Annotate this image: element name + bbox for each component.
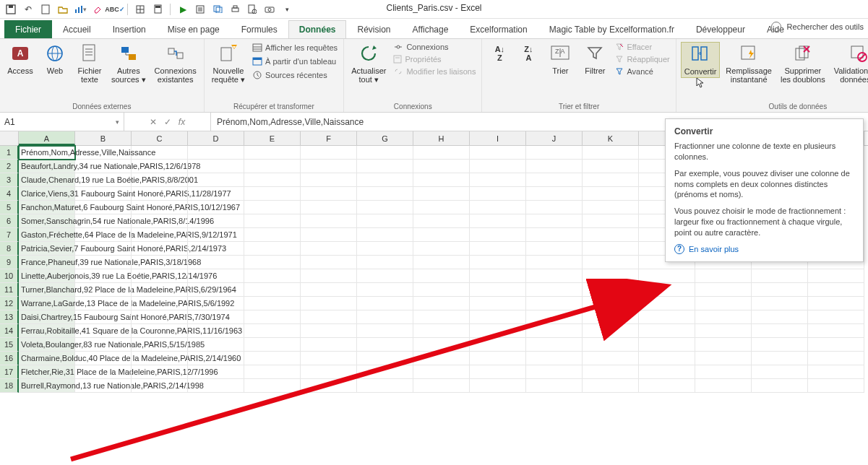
text-to-columns-button[interactable]: Convertir <box>681 42 721 78</box>
cell[interactable] <box>583 187 639 201</box>
row-header[interactable]: 18 <box>0 379 19 393</box>
cell[interactable] <box>752 324 808 338</box>
cell[interactable] <box>301 146 357 160</box>
cell[interactable] <box>188 269 244 283</box>
cell[interactable] <box>695 310 752 324</box>
cell[interactable] <box>583 297 639 310</box>
eraser-icon[interactable] <box>91 3 104 16</box>
cell[interactable] <box>188 173 244 187</box>
cell[interactable] <box>301 310 357 324</box>
cell[interactable] <box>132 187 188 201</box>
cell[interactable] <box>526 187 583 201</box>
cell[interactable] <box>301 283 357 297</box>
cell[interactable] <box>526 146 583 160</box>
cell[interactable] <box>132 352 188 365</box>
cell[interactable] <box>244 173 301 187</box>
cell[interactable] <box>75 146 132 160</box>
quick-print-icon[interactable] <box>228 3 241 16</box>
cell[interactable] <box>413 160 470 173</box>
sort-button[interactable]: Z ATrier <box>544 42 576 77</box>
cell[interactable] <box>808 297 864 310</box>
cell[interactable] <box>413 214 470 228</box>
cell[interactable] <box>695 352 752 365</box>
cell[interactable] <box>639 269 695 283</box>
cell[interactable] <box>526 379 583 393</box>
cell[interactable] <box>470 146 526 160</box>
row-header[interactable]: 13 <box>0 310 19 324</box>
cell[interactable] <box>75 201 132 214</box>
cell[interactable] <box>357 338 413 352</box>
row-header[interactable]: 15 <box>0 338 19 352</box>
cell[interactable]: Gaston,Fréchette,64 Place de la Madelein… <box>19 228 75 242</box>
cell[interactable] <box>413 379 470 393</box>
cell[interactable]: Somer,Sanschagrin,54 rue Nationale,PARIS… <box>19 214 75 228</box>
connections-button[interactable]: Connexions <box>392 42 477 52</box>
print-preview-icon[interactable] <box>246 3 259 16</box>
sort-za-button[interactable]: Z↓A <box>515 42 541 66</box>
cell[interactable] <box>75 214 132 228</box>
cell[interactable] <box>188 228 244 242</box>
cell[interactable] <box>752 310 808 324</box>
filter-button[interactable]: Filtrer <box>579 42 611 77</box>
cell[interactable] <box>695 324 752 338</box>
row-header[interactable]: 7 <box>0 228 19 242</box>
cell[interactable] <box>188 214 244 228</box>
cell[interactable] <box>244 228 301 242</box>
cell[interactable] <box>583 379 639 393</box>
cell[interactable] <box>470 214 526 228</box>
cell[interactable] <box>301 214 357 228</box>
cell[interactable] <box>357 310 413 324</box>
cell[interactable] <box>470 242 526 256</box>
cell[interactable]: Daisi,Chartrey,15 Faubourg Saint Honoré,… <box>19 310 75 324</box>
row-header[interactable]: 14 <box>0 324 19 338</box>
tab-affichage[interactable]: Affichage <box>402 20 460 38</box>
from-access-button[interactable]: AAccess <box>4 42 36 77</box>
cell[interactable] <box>583 338 639 352</box>
cell[interactable] <box>639 379 695 393</box>
cell[interactable] <box>526 297 583 310</box>
from-table-button[interactable]: À partir d'un tableau <box>251 56 339 67</box>
cell[interactable] <box>808 338 864 352</box>
cell[interactable] <box>470 228 526 242</box>
new-icon[interactable] <box>39 3 52 16</box>
column-header[interactable]: H <box>413 131 470 145</box>
tab-revision[interactable]: Révision <box>346 20 401 38</box>
cell[interactable] <box>188 160 244 173</box>
cell[interactable] <box>413 352 470 365</box>
cell[interactable] <box>357 146 413 160</box>
undo-icon[interactable]: ↶ <box>22 3 35 16</box>
cell[interactable] <box>301 338 357 352</box>
cell[interactable] <box>752 297 808 310</box>
form-icon[interactable] <box>194 3 207 16</box>
tab-developpeur[interactable]: Développeur <box>685 20 756 38</box>
row-header[interactable]: 2 <box>0 160 19 173</box>
tell-me-search[interactable]: Rechercher des outils <box>787 22 864 31</box>
cell[interactable] <box>470 201 526 214</box>
cell[interactable] <box>639 324 695 338</box>
cell[interactable] <box>357 269 413 283</box>
column-header[interactable]: B <box>75 131 132 145</box>
row-header[interactable]: 10 <box>0 269 19 283</box>
cell[interactable] <box>470 173 526 187</box>
cell[interactable] <box>244 214 301 228</box>
cell[interactable] <box>244 201 301 214</box>
cell[interactable] <box>75 187 132 201</box>
cell[interactable] <box>357 256 413 269</box>
cell[interactable] <box>132 324 188 338</box>
cell[interactable] <box>413 242 470 256</box>
tab-donnees[interactable]: Données <box>288 20 347 38</box>
cell[interactable] <box>470 187 526 201</box>
cell[interactable] <box>413 338 470 352</box>
show-queries-button[interactable]: Afficher les requêtes <box>251 42 339 53</box>
cell[interactable] <box>75 160 132 173</box>
cell[interactable] <box>583 160 639 173</box>
cell[interactable]: Charmaine,Bolduc,40 Place de la Madelein… <box>19 352 75 365</box>
cell[interactable] <box>526 173 583 187</box>
cell[interactable] <box>75 324 132 338</box>
cell[interactable] <box>470 352 526 365</box>
cell[interactable] <box>752 352 808 365</box>
cell[interactable] <box>639 283 695 297</box>
cell[interactable] <box>301 365 357 379</box>
cell[interactable] <box>808 352 864 365</box>
cell[interactable] <box>301 242 357 256</box>
